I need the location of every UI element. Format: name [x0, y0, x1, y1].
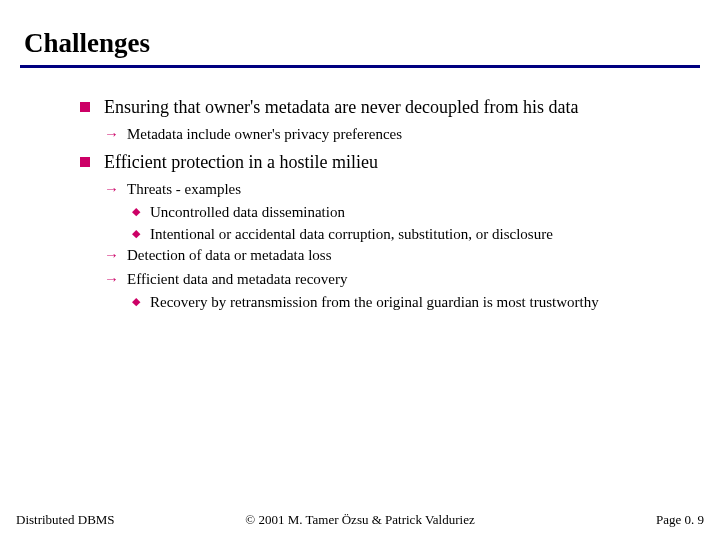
bullet-2-sub-1-text: Threats - examples — [127, 180, 241, 200]
bullet-2: Efficient protection in a hostile milieu — [80, 151, 670, 174]
bullet-2-sub-1-detail-2: ◆ Intentional or accidental data corrupt… — [132, 225, 670, 245]
detail-text: Uncontrolled data dissemination — [150, 203, 345, 223]
bullet-2-sub-1: → Threats - examples — [104, 180, 670, 200]
arrow-icon: → — [104, 270, 119, 290]
bullet-1-sub-1: → Metadata include owner's privacy prefe… — [104, 125, 670, 145]
bullet-2-sub-3-detail-1: ◆ Recovery by retransmission from the or… — [132, 293, 670, 313]
footer-left: Distributed DBMS — [16, 512, 115, 528]
diamond-icon: ◆ — [132, 206, 140, 217]
bullet-1-text: Ensuring that owner's metadata are never… — [104, 96, 579, 119]
arrow-icon: → — [104, 180, 119, 200]
bullet-2-sub-2-text: Detection of data or metadata loss — [127, 246, 332, 266]
bullet-2-sub-2: → Detection of data or metadata loss — [104, 246, 670, 266]
arrow-icon: → — [104, 246, 119, 266]
slide-title: Challenges — [20, 28, 700, 59]
bullet-1-sub-1-text: Metadata include owner's privacy prefere… — [127, 125, 402, 145]
square-bullet-icon — [80, 157, 90, 167]
slide-content: Ensuring that owner's metadata are never… — [20, 96, 700, 313]
footer-right: Page 0. 9 — [656, 512, 704, 528]
bullet-2-sub-3: → Efficient data and metadata recovery — [104, 270, 670, 290]
slide-footer: Distributed DBMS © 2001 M. Tamer Özsu & … — [0, 512, 720, 528]
bullet-1: Ensuring that owner's metadata are never… — [80, 96, 670, 119]
title-rule — [20, 65, 700, 68]
bullet-2-sub-3-text: Efficient data and metadata recovery — [127, 270, 347, 290]
arrow-icon: → — [104, 125, 119, 145]
square-bullet-icon — [80, 102, 90, 112]
bullet-2-text: Efficient protection in a hostile milieu — [104, 151, 378, 174]
detail-text: Recovery by retransmission from the orig… — [150, 293, 599, 313]
bullet-2-sub-1-detail-1: ◆ Uncontrolled data dissemination — [132, 203, 670, 223]
detail-text: Intentional or accidental data corruptio… — [150, 225, 553, 245]
diamond-icon: ◆ — [132, 296, 140, 307]
diamond-icon: ◆ — [132, 228, 140, 239]
